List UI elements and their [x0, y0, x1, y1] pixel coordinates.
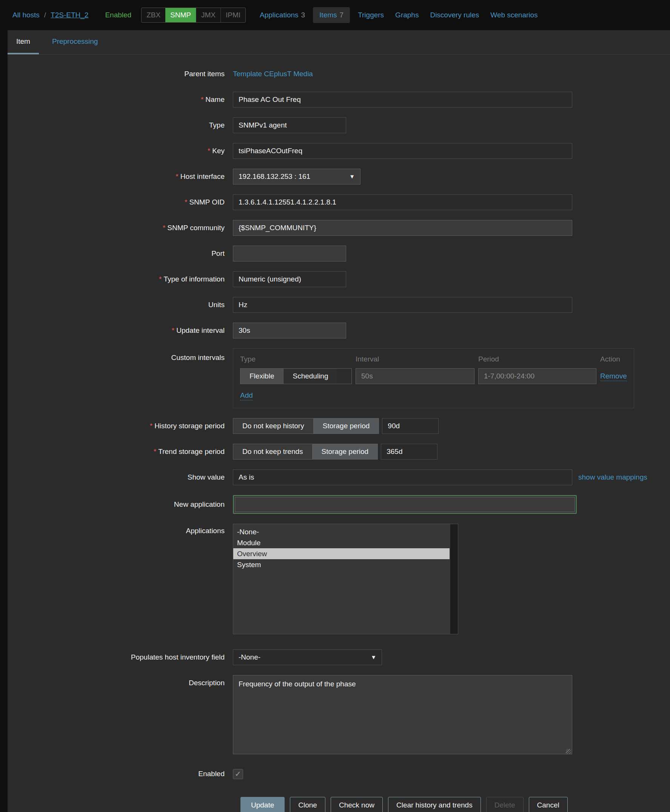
enabled-checkbox[interactable]: ✓ [233, 769, 243, 779]
row-units: Units Hz [8, 297, 670, 313]
host-status-badge: Enabled [105, 11, 131, 19]
history-off-option[interactable]: Do not keep history [233, 419, 313, 434]
required-icon: * [176, 172, 178, 181]
row-host-interface: *Host interface 192.168.132.253 : 161 ▼ [8, 169, 670, 184]
snmp-oid-label: SNMP OID [189, 198, 225, 206]
row-key: *Key tsiPhaseACOutFreq [8, 143, 670, 159]
key-input[interactable]: tsiPhaseACOutFreq [233, 143, 572, 159]
custom-intervals-label: Custom intervals [8, 348, 233, 363]
nav-graphs[interactable]: Graphs [389, 11, 424, 19]
snmp-community-input[interactable]: {$SNMP_COMMUNITY} [233, 220, 572, 236]
breadcrumb-separator: / [44, 11, 46, 19]
applications-option[interactable]: -None- [233, 527, 450, 537]
snmp-oid-input[interactable]: 1.3.6.1.4.1.12551.4.1.2.2.1.8.1 [233, 194, 572, 210]
cancel-button[interactable]: Cancel [529, 797, 568, 812]
row-port: Port [8, 246, 670, 262]
nav-web-scenarios[interactable]: Web scenarios [485, 11, 543, 19]
show-value-mappings-link[interactable]: show value mappings [578, 473, 647, 481]
nav-applications[interactable]: Applications3 [254, 11, 311, 19]
history-period-input[interactable]: 90d [382, 418, 438, 434]
row-enabled: Enabled ✓ [8, 766, 670, 782]
host-interface-select[interactable]: 192.168.132.253 : 161 ▼ [233, 169, 360, 184]
new-application-input[interactable] [235, 497, 575, 512]
availability-jmx: JMX [196, 8, 220, 22]
required-icon: * [201, 95, 203, 103]
update-interval-input[interactable]: 30s [233, 322, 346, 338]
row-show-value: Show value As is show value mappings [8, 469, 670, 485]
history-on-option[interactable]: Storage period [313, 419, 379, 434]
ci-header-interval: Interval [355, 355, 474, 364]
history-storage-label: History storage period [154, 422, 225, 430]
row-inventory-field: Populates host inventory field -None- ▼ [8, 649, 670, 665]
row-snmp-oid: *SNMP OID 1.3.6.1.4.1.12551.4.1.2.2.1.8.… [8, 194, 670, 210]
key-label: Key [212, 147, 225, 155]
trend-period-input[interactable]: 365d [381, 444, 438, 459]
applications-listbox[interactable]: -None- Module Overview System [233, 524, 458, 634]
show-value-select[interactable]: As is [233, 469, 572, 485]
applications-label: Applications [8, 524, 233, 536]
ci-period-input[interactable]: 1-7,00:00-24:00 [478, 368, 596, 384]
nav-discovery-rules[interactable]: Discovery rules [424, 11, 485, 19]
ci-add-link[interactable]: Add [240, 391, 253, 400]
ci-flexible-option[interactable]: Flexible [240, 369, 283, 384]
ci-type-segmented: Flexible Scheduling [240, 368, 352, 384]
tab-item[interactable]: Item [8, 30, 39, 54]
description-label: Description [8, 675, 233, 688]
inventory-field-select[interactable]: -None- ▼ [233, 649, 382, 665]
trend-off-option[interactable]: Do not keep trends [233, 444, 312, 459]
clear-history-button[interactable]: Clear history and trends [388, 797, 481, 812]
nav-triggers[interactable]: Triggers [352, 11, 389, 19]
ci-interval-input[interactable]: 50s [355, 368, 474, 384]
check-icon: ✓ [235, 769, 241, 778]
description-textarea[interactable]: Frequency of the output of the phase [233, 675, 572, 754]
items-count: 7 [340, 11, 344, 19]
port-label: Port [8, 246, 233, 262]
row-custom-intervals: Custom intervals Type Interval Period Ac… [8, 348, 670, 408]
ci-scheduling-option[interactable]: Scheduling [283, 369, 337, 384]
delete-button: Delete [486, 797, 524, 812]
name-label: Name [205, 95, 225, 103]
snmp-community-label: SNMP community [167, 224, 225, 232]
ci-header-period: Period [478, 355, 596, 364]
applications-option-selected[interactable]: Overview [233, 548, 450, 559]
units-input[interactable]: Hz [233, 297, 572, 313]
check-now-button[interactable]: Check now [331, 797, 383, 812]
required-icon: * [163, 224, 165, 232]
required-icon: * [208, 147, 210, 155]
parent-template-link[interactable]: Template CEplusT Media [233, 70, 313, 78]
dropdown-arrow-icon: ▼ [371, 650, 376, 665]
availability-icons: ZBX SNMP JMX IPMI [141, 8, 246, 23]
item-form-panel: Item Preprocessing Parent items Template… [8, 30, 670, 812]
row-new-application: New application [8, 495, 670, 514]
breadcrumb-all-hosts[interactable]: All hosts [12, 11, 40, 19]
row-type: Type SNMPv1 agent [8, 117, 670, 133]
availability-zbx: ZBX [142, 8, 165, 22]
required-icon: * [172, 326, 174, 334]
custom-intervals-box: Type Interval Period Action Flexible Sch… [233, 348, 634, 408]
clone-button[interactable]: Clone [290, 797, 325, 812]
enabled-label: Enabled [8, 766, 233, 782]
update-button[interactable]: Update [240, 797, 284, 812]
units-label: Units [8, 297, 233, 313]
breadcrumb-host[interactable]: T2S-ETH_2 [51, 11, 88, 19]
type-of-information-select[interactable]: Numeric (unsigned) [233, 271, 346, 287]
ci-remove-link[interactable]: Remove [600, 371, 627, 381]
port-input[interactable] [233, 246, 346, 262]
listbox-scrollbar[interactable] [450, 524, 458, 634]
required-icon: * [184, 198, 187, 206]
host-interface-label: Host interface [180, 172, 225, 181]
tab-preprocessing[interactable]: Preprocessing [43, 30, 107, 54]
trend-on-option[interactable]: Storage period [312, 444, 378, 459]
type-select[interactable]: SNMPv1 agent [233, 117, 346, 133]
row-name: *Name Phase AC Out Freq [8, 92, 670, 108]
row-description: Description Frequency of the output of t… [8, 675, 670, 756]
applications-option[interactable]: Module [233, 537, 450, 548]
nav-items-active[interactable]: Items7 [313, 7, 350, 23]
host-nav: Applications3 Items7 Triggers Graphs Dis… [254, 7, 543, 23]
row-trend-storage: *Trend storage period Do not keep trends… [8, 444, 670, 459]
type-label: Type [8, 117, 233, 133]
name-input[interactable]: Phase AC Out Freq [233, 92, 572, 108]
availability-snmp: SNMP [165, 8, 196, 22]
applications-option[interactable]: System [233, 559, 450, 570]
type-of-information-label: Type of information [163, 275, 225, 283]
